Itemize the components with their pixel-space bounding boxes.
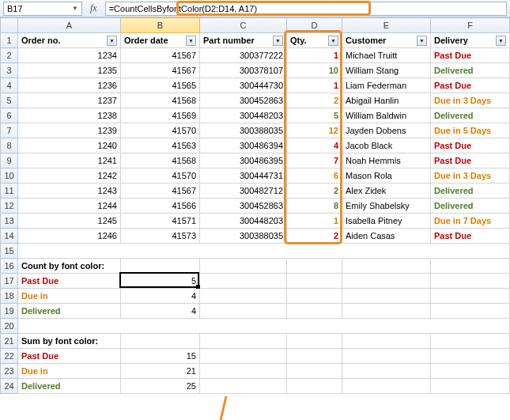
cell[interactable] bbox=[287, 289, 342, 304]
cell[interactable] bbox=[200, 334, 287, 349]
count-label[interactable]: Due in bbox=[18, 289, 121, 304]
cell-partnumber[interactable]: 300377222 bbox=[200, 48, 287, 63]
cell-customer[interactable]: Liam Federman bbox=[342, 78, 431, 93]
cell-delivery[interactable]: Due in 3 Days bbox=[431, 93, 510, 108]
cell[interactable] bbox=[431, 259, 510, 274]
cell-orderno[interactable]: 1243 bbox=[18, 184, 121, 199]
cell-partnumber[interactable]: 300444731 bbox=[200, 168, 287, 184]
cell-delivery[interactable]: Past Due bbox=[431, 138, 510, 153]
cell-delivery[interactable]: Delivered bbox=[431, 199, 510, 214]
count-title[interactable]: Count by font color: bbox=[18, 259, 121, 274]
count-val[interactable]: 5 bbox=[121, 274, 200, 289]
count-label[interactable]: Delivered bbox=[18, 304, 121, 319]
cell-partnumber[interactable]: 300448203 bbox=[200, 108, 287, 123]
cell-partnumber[interactable]: 300482712 bbox=[200, 184, 287, 199]
cell-qty[interactable]: 12 bbox=[287, 123, 342, 138]
row-header-5[interactable]: 5 bbox=[1, 93, 18, 108]
header-orderno[interactable]: Order no.▼ bbox=[18, 33, 121, 48]
row-header-21[interactable]: 21 bbox=[1, 334, 18, 349]
cell[interactable] bbox=[287, 349, 342, 364]
cell-customer[interactable]: Alex Zidek bbox=[342, 184, 431, 199]
row-header-22[interactable]: 22 bbox=[1, 349, 18, 364]
filter-dropdown-icon[interactable]: ▼ bbox=[273, 36, 283, 46]
cell-customer[interactable]: William Stang bbox=[342, 63, 431, 78]
row-header-24[interactable]: 24 bbox=[1, 379, 18, 394]
cell[interactable] bbox=[200, 364, 287, 379]
cell-orderdate[interactable]: 41567 bbox=[121, 63, 200, 78]
row-header-6[interactable]: 6 bbox=[1, 108, 18, 123]
row-header-15[interactable]: 15 bbox=[1, 244, 18, 259]
cell-partnumber[interactable]: 300388035 bbox=[200, 123, 287, 138]
row-header-19[interactable]: 19 bbox=[1, 304, 18, 319]
header-customer[interactable]: Customer▼ bbox=[342, 33, 431, 48]
cell-customer[interactable]: Aiden Casas bbox=[342, 229, 431, 244]
cell-qty[interactable]: 5 bbox=[287, 108, 342, 123]
header-qty[interactable]: Qty.▼ bbox=[287, 33, 342, 48]
cell-qty[interactable]: 2 bbox=[287, 93, 342, 108]
cell-orderdate[interactable]: 41571 bbox=[121, 214, 200, 229]
filter-dropdown-icon[interactable]: ▼ bbox=[496, 36, 506, 46]
cell[interactable] bbox=[287, 259, 342, 274]
sum-val[interactable]: 25 bbox=[121, 379, 200, 394]
cell-qty[interactable]: 4 bbox=[287, 138, 342, 153]
cell-orderno[interactable]: 1238 bbox=[18, 108, 121, 123]
row-header-10[interactable]: 10 bbox=[1, 168, 18, 184]
cell[interactable] bbox=[342, 304, 431, 319]
col-header-D[interactable]: D bbox=[287, 18, 342, 33]
cell[interactable] bbox=[431, 289, 510, 304]
cell-qty[interactable]: 8 bbox=[287, 199, 342, 214]
cell-orderno[interactable]: 1242 bbox=[18, 168, 121, 184]
row-header-7[interactable]: 7 bbox=[1, 123, 18, 138]
cell-orderdate[interactable]: 41567 bbox=[121, 48, 200, 63]
cell[interactable] bbox=[431, 364, 510, 379]
cell-qty[interactable]: 1 bbox=[287, 78, 342, 93]
row-header-18[interactable]: 18 bbox=[1, 289, 18, 304]
cell-orderdate[interactable]: 41566 bbox=[121, 199, 200, 214]
row-header-23[interactable]: 23 bbox=[1, 364, 18, 379]
cell-orderno[interactable]: 1234 bbox=[18, 48, 121, 63]
cell[interactable] bbox=[121, 334, 200, 349]
cell[interactable] bbox=[287, 334, 342, 349]
cell-customer[interactable]: William Baldwin bbox=[342, 108, 431, 123]
cell[interactable] bbox=[431, 334, 510, 349]
cell[interactable] bbox=[121, 259, 200, 274]
col-header-E[interactable]: E bbox=[342, 18, 431, 33]
filter-dropdown-icon[interactable]: ▼ bbox=[107, 36, 117, 46]
row-header-12[interactable]: 12 bbox=[1, 199, 18, 214]
cell-orderdate[interactable]: 41568 bbox=[121, 93, 200, 108]
col-header-F[interactable]: F bbox=[431, 18, 510, 33]
select-all-corner[interactable] bbox=[1, 18, 18, 33]
cell-empty[interactable] bbox=[18, 244, 510, 259]
col-header-A[interactable]: A bbox=[18, 18, 121, 33]
formula-bar[interactable]: =CountCellsByfontColor(D2:D14, A17) bbox=[105, 2, 507, 16]
filter-dropdown-icon[interactable]: ▼ bbox=[328, 36, 338, 46]
cell-customer[interactable]: Michael Truitt bbox=[342, 48, 431, 63]
row-header-8[interactable]: 8 bbox=[1, 138, 18, 153]
cell-orderdate[interactable]: 41570 bbox=[121, 168, 200, 184]
cell-customer[interactable]: Jacob Black bbox=[342, 138, 431, 153]
cell[interactable] bbox=[287, 379, 342, 394]
cell-customer[interactable]: Emily Shabelsky bbox=[342, 199, 431, 214]
cell-orderdate[interactable]: 41568 bbox=[121, 153, 200, 168]
cell[interactable] bbox=[287, 364, 342, 379]
row-header-3[interactable]: 3 bbox=[1, 63, 18, 78]
sum-val[interactable]: 21 bbox=[121, 364, 200, 379]
cell-qty[interactable]: 2 bbox=[287, 229, 342, 244]
cell-delivery[interactable]: Delivered bbox=[431, 184, 510, 199]
cell-orderno[interactable]: 1241 bbox=[18, 153, 121, 168]
cell[interactable] bbox=[342, 364, 431, 379]
cell-delivery[interactable]: Due in 3 Days bbox=[431, 168, 510, 184]
cell-customer[interactable]: Mason Rola bbox=[342, 168, 431, 184]
row-header-20[interactable]: 20 bbox=[1, 319, 18, 334]
cell[interactable] bbox=[342, 379, 431, 394]
sum-label[interactable]: Past Due bbox=[18, 349, 121, 364]
header-delivery[interactable]: Delivery▼ bbox=[431, 33, 510, 48]
cell-partnumber[interactable]: 300444730 bbox=[200, 78, 287, 93]
cell-orderno[interactable]: 1240 bbox=[18, 138, 121, 153]
cell-qty[interactable]: 2 bbox=[287, 184, 342, 199]
cell-partnumber[interactable]: 300388035 bbox=[200, 229, 287, 244]
cell[interactable] bbox=[431, 274, 510, 289]
cell-partnumber[interactable]: 300448203 bbox=[200, 214, 287, 229]
sum-val[interactable]: 15 bbox=[121, 349, 200, 364]
cell[interactable] bbox=[342, 259, 431, 274]
